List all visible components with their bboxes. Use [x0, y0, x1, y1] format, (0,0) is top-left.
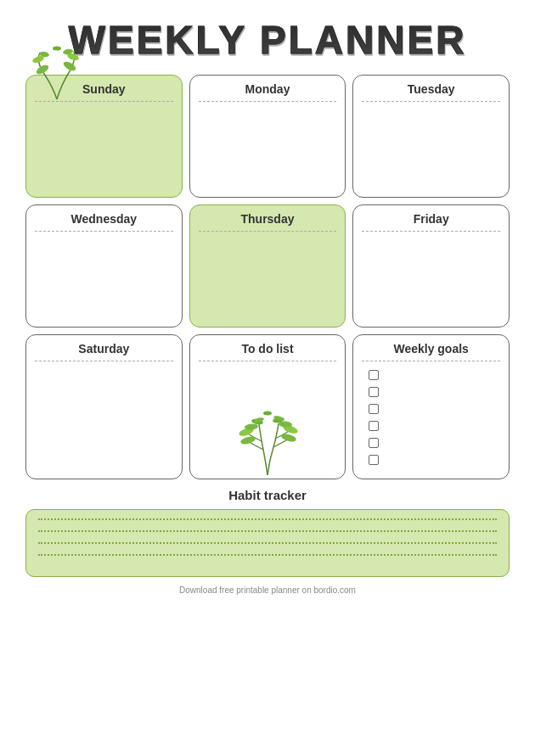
habit-dot-line-2 — [38, 530, 497, 532]
goal-item-4 — [369, 421, 500, 431]
goal-item-6 — [369, 455, 500, 465]
habit-tracker-label: Habit tracker — [25, 488, 510, 502]
day-cell-saturday: Saturday — [25, 334, 183, 479]
checkbox-1 — [369, 370, 379, 380]
goals-cell: Weekly goals — [352, 334, 510, 479]
page-title-area: WEEKLY PLANNER — [25, 8, 510, 75]
goal-item-3 — [369, 404, 500, 414]
days-row-2: Wednesday Thursday Friday — [25, 204, 510, 328]
habit-tracker-box — [25, 509, 510, 577]
todo-title: To do list — [199, 342, 337, 361]
plant-decoration-bottom — [229, 403, 306, 483]
habit-dot-line-1 — [38, 518, 497, 520]
checkbox-2 — [369, 387, 379, 397]
day-cell-friday: Friday — [352, 204, 510, 328]
checkbox-6 — [369, 455, 379, 465]
day-name-wednesday: Wednesday — [35, 212, 173, 232]
checkbox-3 — [369, 404, 379, 414]
day-name-thursday: Thursday — [199, 212, 337, 232]
goal-item-1 — [369, 370, 500, 380]
days-row-1: Sunday Monday Tuesday — [25, 75, 510, 198]
day-name-tuesday: Tuesday — [362, 82, 500, 102]
day-cell-sunday: Sunday — [25, 75, 183, 198]
page-title: WEEKLY PLANNER — [69, 17, 467, 63]
goal-item-5 — [369, 438, 500, 448]
habit-dot-line-3 — [38, 542, 497, 544]
goal-item-2 — [369, 387, 500, 397]
day-cell-thursday: Thursday — [189, 204, 346, 328]
bottom-row: Saturday To do list — [25, 334, 510, 479]
day-cell-tuesday: Tuesday — [352, 75, 510, 198]
checkbox-5 — [369, 438, 379, 448]
todo-cell: To do list — [189, 334, 346, 479]
goals-title: Weekly goals — [362, 342, 500, 361]
day-name-monday: Monday — [199, 82, 337, 102]
footer: Download free printable planner on bordi… — [25, 585, 510, 595]
day-name-saturday: Saturday — [35, 342, 173, 361]
day-cell-wednesday: Wednesday — [25, 204, 183, 328]
goals-checklist — [362, 367, 500, 465]
habit-dot-line-4 — [38, 554, 497, 556]
checkbox-4 — [369, 421, 379, 431]
day-name-sunday: Sunday — [35, 82, 173, 102]
svg-point-17 — [263, 412, 272, 416]
day-name-friday: Friday — [362, 212, 500, 232]
day-cell-monday: Monday — [189, 75, 346, 198]
